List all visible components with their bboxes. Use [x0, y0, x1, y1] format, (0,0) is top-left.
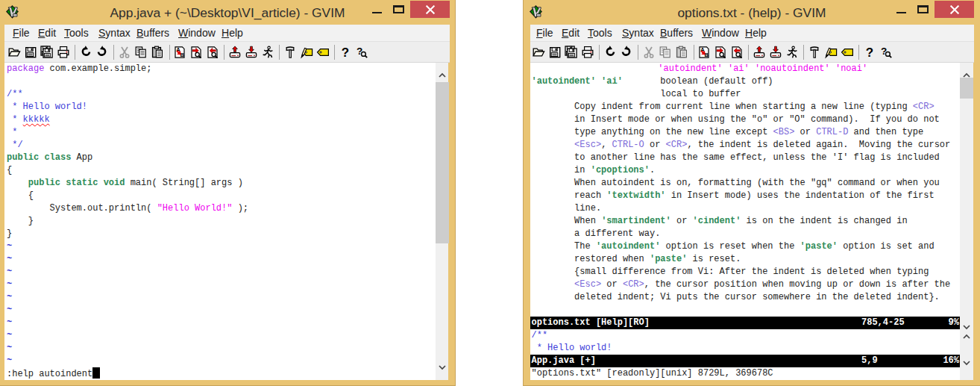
svg-text:?: ? — [342, 46, 349, 59]
svg-text:?: ? — [866, 46, 873, 59]
